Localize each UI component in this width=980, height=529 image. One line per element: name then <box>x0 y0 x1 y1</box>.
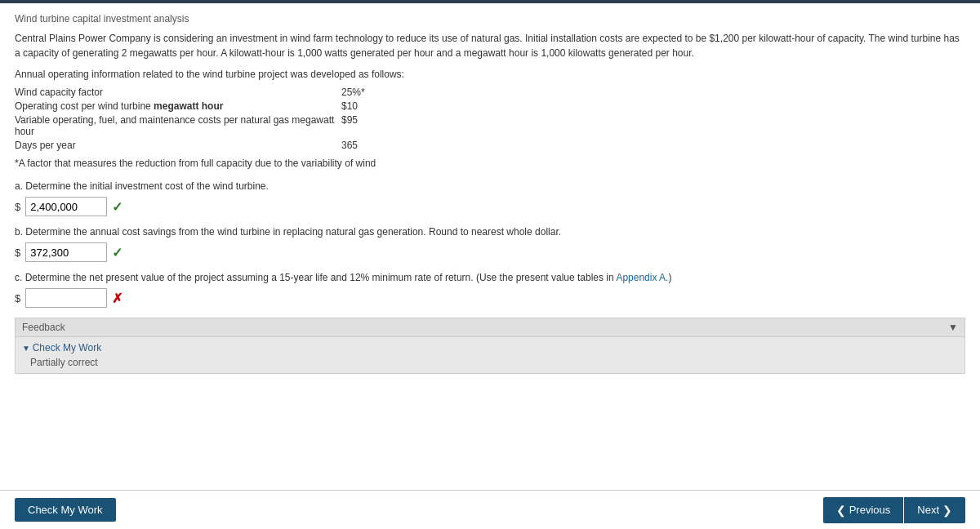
row-label: Operating cost per wind turbine megawatt… <box>15 100 341 112</box>
annual-info-label: Annual operating information related to … <box>15 69 965 80</box>
question-b-input-row: $ ✓ <box>15 242 965 262</box>
dollar-sign-b: $ <box>15 247 20 259</box>
table-row: Variable operating, fuel, and maintenanc… <box>15 114 965 137</box>
row-label: Variable operating, fuel, and maintenanc… <box>15 114 341 137</box>
correct-icon-a: ✓ <box>112 199 122 215</box>
correct-icon-b: ✓ <box>112 245 122 260</box>
nav-buttons: ❮ Previous Next ❯ <box>823 497 965 523</box>
question-a: a. Determine the initial investment cost… <box>15 180 965 216</box>
incorrect-icon-c: ✗ <box>112 291 122 306</box>
feedback-collapse-icon[interactable]: ▼ <box>948 322 958 333</box>
check-my-work-button[interactable]: Check My Work <box>15 498 116 522</box>
table-row: Operating cost per wind turbine megawatt… <box>15 100 965 112</box>
question-b: b. Determine the annual cost savings fro… <box>15 226 965 262</box>
feedback-body: Check My Work Partially correct <box>16 337 964 373</box>
row-label: Wind capacity factor <box>15 87 341 98</box>
question-b-label: b. Determine the annual cost savings fro… <box>15 226 965 238</box>
previous-button[interactable]: ❮ Previous <box>823 497 905 523</box>
feedback-check-my-work-label[interactable]: Check My Work <box>22 342 958 353</box>
feedback-result: Partially correct <box>22 357 958 368</box>
row-value: 25%* <box>341 87 407 98</box>
footnote: *A factor that measures the reduction fr… <box>15 158 965 169</box>
question-a-input-row: $ ✓ <box>15 197 965 216</box>
intro-text: Central Plains Power Company is consider… <box>15 31 965 60</box>
table-row: Days per year 365 <box>15 140 965 151</box>
bottom-bar: Check My Work ❮ Previous Next ❯ <box>0 490 980 529</box>
answer-input-a[interactable] <box>25 197 107 216</box>
question-c-input-row: $ ✗ <box>15 288 965 308</box>
dollar-sign-a: $ <box>15 201 20 213</box>
question-a-label: a. Determine the initial investment cost… <box>15 180 965 192</box>
table-row: Wind capacity factor 25%* <box>15 87 965 98</box>
row-value: 365 <box>341 140 407 151</box>
next-button[interactable]: Next ❯ <box>904 497 965 523</box>
row-value: $10 <box>341 100 407 112</box>
chevron-left-icon: ❮ <box>836 504 846 517</box>
appendix-link[interactable]: Appendix A. <box>616 272 668 283</box>
feedback-box: Feedback ▼ Check My Work Partially corre… <box>15 318 965 374</box>
question-c-label: c. Determine the net present value of th… <box>15 272 965 283</box>
main-content: Wind turbine capital investment analysis… <box>0 3 980 490</box>
data-table: Wind capacity factor 25%* Operating cost… <box>15 87 965 151</box>
dollar-sign-c: $ <box>15 292 20 305</box>
question-c: c. Determine the net present value of th… <box>15 272 965 308</box>
answer-input-b[interactable] <box>25 242 107 262</box>
row-value: $95 <box>341 114 407 137</box>
feedback-title: Feedback <box>22 322 65 333</box>
row-label: Days per year <box>15 140 341 151</box>
chevron-right-icon: ❯ <box>942 504 952 517</box>
page-title: Wind turbine capital investment analysis <box>15 13 965 24</box>
feedback-header: Feedback ▼ <box>16 318 964 337</box>
answer-input-c[interactable] <box>25 288 107 308</box>
